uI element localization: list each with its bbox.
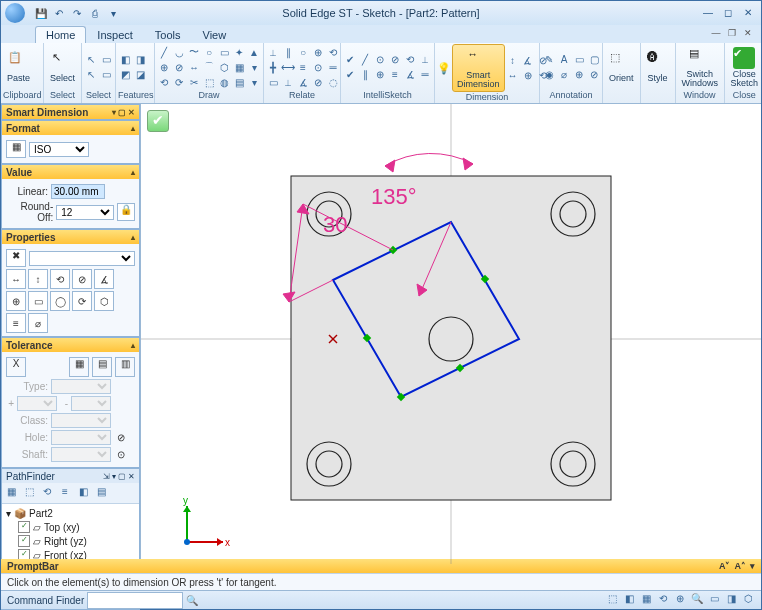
checkbox[interactable]: ✓ [18, 521, 30, 533]
features-gallery[interactable]: ◧◨◩◪ [118, 53, 147, 82]
switch-windows-button[interactable]: ▤Switch Windows [678, 44, 723, 90]
tol-b1[interactable]: ▦ [69, 357, 89, 377]
status-icon-7[interactable]: ▭ [707, 593, 721, 607]
prop-btn-9[interactable]: ⟳ [72, 291, 92, 311]
close-window-button[interactable]: ✕ [739, 6, 757, 20]
tol-b2[interactable]: ▤ [92, 357, 112, 377]
status-icon-6[interactable]: 🔍 [690, 593, 704, 607]
sketch-canvas[interactable]: ✔ [140, 104, 761, 559]
checkbox[interactable]: ✓ [18, 535, 30, 547]
expand-icon[interactable]: ▾ [6, 508, 11, 519]
pin-icon[interactable]: ▾ [112, 108, 116, 117]
linear-input[interactable] [51, 184, 105, 199]
pf-menu-icon[interactable]: ▾ [112, 472, 116, 481]
value-panel-header[interactable]: Value▴ [2, 165, 139, 179]
status-icon-9[interactable]: ⬡ [741, 593, 755, 607]
print-icon[interactable]: ⎙ [87, 5, 103, 21]
chevron-up-icon[interactable]: ▴ [131, 168, 135, 177]
status-icon-1[interactable]: ⬚ [605, 593, 619, 607]
mdi-close-button[interactable]: ✕ [741, 28, 755, 40]
prop-btn-5[interactable]: ∡ [94, 269, 114, 289]
pathfinder-header[interactable]: PathFinder⇲▾▢✕ [2, 469, 139, 483]
orient-button[interactable]: ⬚Orient [605, 44, 638, 90]
roundoff-select[interactable]: 12 [56, 205, 114, 220]
chevron-up-icon[interactable]: ▴ [131, 341, 135, 350]
pf-tool-3[interactable]: ⟲ [39, 484, 55, 500]
redo-icon[interactable]: ↷ [69, 5, 85, 21]
prop-btn-3[interactable]: ⟲ [50, 269, 70, 289]
cursor2-icon[interactable]: ↖ [84, 68, 98, 82]
tab-tools[interactable]: Tools [144, 26, 192, 43]
prop-icon[interactable]: ✖ [6, 249, 26, 267]
paste-button[interactable]: 📋Paste [3, 44, 34, 90]
relate-gallery[interactable]: ⟂∥○⊕⟲ ╋⟷≡⊙═ ▭⟂∡⊘◌ [266, 45, 340, 89]
quick-access-toolbar: 💾 ↶ ↷ ⎙ ▾ [33, 5, 121, 21]
tolerance-panel-header[interactable]: Tolerance▴ [2, 338, 139, 352]
prop-btn-12[interactable]: ⌀ [28, 313, 48, 333]
search-icon[interactable]: 🔍 [186, 595, 198, 606]
smart-dimension-panel-header[interactable]: Smart Dimension▾▢✕ [2, 105, 139, 119]
prop-btn-4[interactable]: ⊘ [72, 269, 92, 289]
prop-btn-2[interactable]: ↕ [28, 269, 48, 289]
draw-gallery[interactable]: ╱◡〜○▭✦▲ ⊕⊘↔⌒⬡▦▾ ⟲⟳✂⬚◍▤▾ [157, 45, 261, 89]
dimension-length-text[interactable]: 30 [323, 212, 347, 237]
annotation-gallery[interactable]: ✎A▭▢ ◉⌀⊕⊘ [542, 53, 601, 82]
style-button[interactable]: 🅐Style [643, 44, 673, 90]
command-finder-input[interactable] [87, 592, 183, 609]
cursor-icon[interactable]: ↖ [84, 53, 98, 67]
status-icon-8[interactable]: ◨ [724, 593, 738, 607]
status-icon-4[interactable]: ⟲ [656, 593, 670, 607]
opts-icon[interactable]: ▢ [118, 108, 126, 117]
pf-opts-icon[interactable]: ▢ [118, 472, 126, 481]
status-icon-2[interactable]: ◧ [622, 593, 636, 607]
prop-btn-8[interactable]: ◯ [50, 291, 70, 311]
pf-tool-4[interactable]: ≡ [57, 484, 73, 500]
status-icon-5[interactable]: ⊕ [673, 593, 687, 607]
mdi-minimize-button[interactable]: — [709, 28, 723, 40]
prop-btn-10[interactable]: ⬡ [94, 291, 114, 311]
pf-pin-icon[interactable]: ⇲ [103, 472, 110, 481]
prop-btn-11[interactable]: ≡ [6, 313, 26, 333]
mdi-restore-button[interactable]: ❐ [725, 28, 739, 40]
pf-tool-1[interactable]: ▦ [3, 484, 19, 500]
lock-icon[interactable]: 🔒 [117, 203, 135, 221]
status-icon-3[interactable]: ▦ [639, 593, 653, 607]
chevron-up-icon[interactable]: ▴ [131, 124, 135, 133]
save-icon[interactable]: 💾 [33, 5, 49, 21]
maximize-button[interactable]: ◻ [719, 6, 737, 20]
box-select-icon[interactable]: ▭ [99, 53, 113, 67]
lightbulb-icon[interactable]: 💡 [437, 62, 451, 75]
tol-minus [71, 396, 111, 411]
prop-btn-7[interactable]: ▭ [28, 291, 48, 311]
tol-x-button[interactable]: X [6, 357, 26, 377]
format-panel-header[interactable]: Format▴ [2, 121, 139, 135]
select-gallery[interactable]: ↖▭↖▭ [84, 53, 113, 82]
intellisketch-gallery[interactable]: ✔╱⊙⊘⟲⟂ ✔∥⊕≡∡═ [343, 53, 432, 82]
prop-btn-1[interactable]: ↔ [6, 269, 26, 289]
box2-select-icon[interactable]: ▭ [99, 68, 113, 82]
pf-tool-6[interactable]: ▤ [93, 484, 109, 500]
tab-home[interactable]: Home [35, 26, 86, 43]
smart-dimension-button[interactable]: ↔Smart Dimension [452, 44, 505, 92]
properties-panel-header[interactable]: Properties▴ [2, 230, 139, 244]
chevron-up-icon[interactable]: ▴ [131, 233, 135, 242]
close-sketch-button[interactable]: ✔Close Sketch [727, 44, 762, 90]
app-menu-button[interactable] [5, 3, 25, 23]
tol-b3[interactable]: ▥ [115, 357, 135, 377]
format-icon-button[interactable]: ▦ [6, 140, 26, 158]
pf-close-icon[interactable]: ✕ [128, 472, 135, 481]
accept-sketch-button[interactable]: ✔ [147, 110, 169, 132]
format-combo[interactable]: ISO [29, 142, 89, 157]
pf-tool-5[interactable]: ◧ [75, 484, 91, 500]
minimize-button[interactable]: — [699, 6, 717, 20]
pf-tool-2[interactable]: ⬚ [21, 484, 37, 500]
select-button[interactable]: ↖Select [46, 44, 79, 90]
undo-icon[interactable]: ↶ [51, 5, 67, 21]
prop-combo[interactable] [29, 251, 135, 266]
qat-dropdown-icon[interactable]: ▾ [105, 5, 121, 21]
prop-btn-6[interactable]: ⊕ [6, 291, 26, 311]
dimension-angle-text[interactable]: 135° [371, 184, 417, 209]
tab-view[interactable]: View [192, 26, 238, 43]
tab-inspect[interactable]: Inspect [86, 26, 143, 43]
close-icon[interactable]: ✕ [128, 108, 135, 117]
